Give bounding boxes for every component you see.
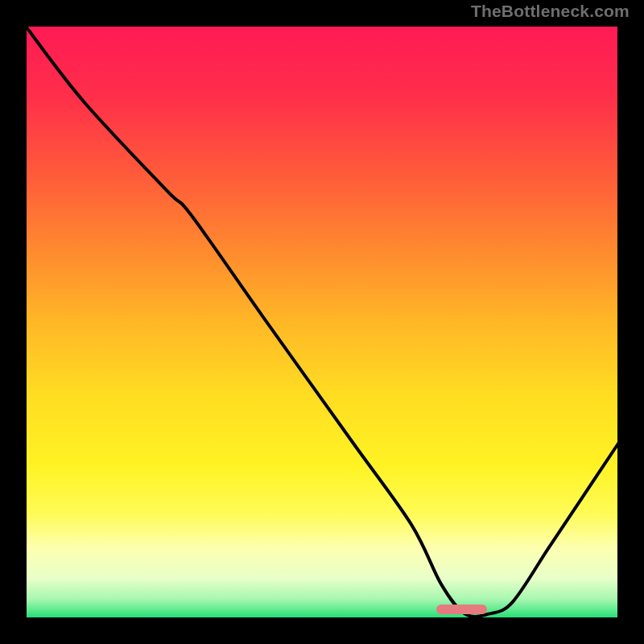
svg-rect-1 xyxy=(24,24,620,620)
attribution-text: TheBottleneck.com xyxy=(471,2,630,21)
chart-frame xyxy=(24,24,620,620)
